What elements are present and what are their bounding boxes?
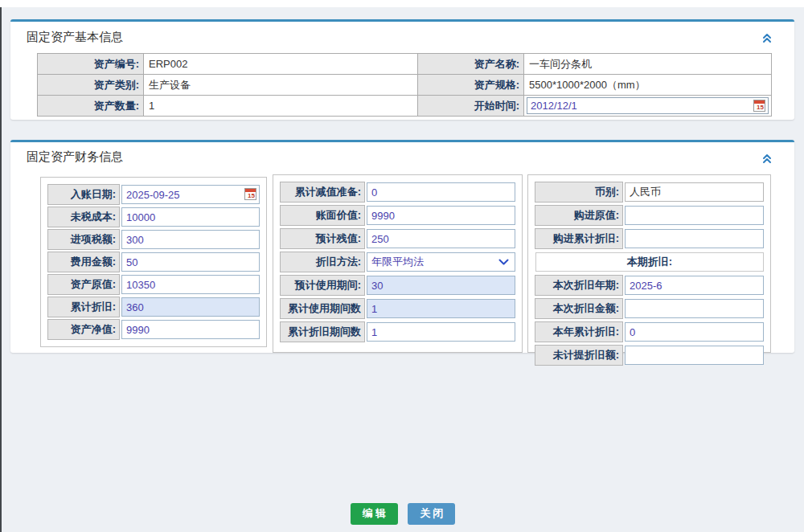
book-value-row: 账面价值: bbox=[280, 205, 515, 226]
table-row: 资产编号: ERP002 资产名称: 一车间分条机 bbox=[38, 54, 772, 75]
year-accum-depreciation-input[interactable] bbox=[625, 322, 764, 342]
current-depreciation-amount-input[interactable] bbox=[625, 299, 764, 318]
asset-net-value-label: 资产净值: bbox=[47, 319, 120, 340]
untaxed-cost-label: 未税成本: bbox=[47, 207, 120, 227]
estimated-useful-period-input[interactable] bbox=[367, 276, 515, 295]
untaxed-cost-input[interactable] bbox=[121, 207, 260, 227]
book-value-input[interactable] bbox=[367, 206, 515, 225]
finance-right-box: 币别: 人民币 购进原值: 购进累计折旧: 本期折旧: 本次折旧年期: bbox=[527, 174, 771, 353]
current-depreciation-amount-label: 本次折旧金额: bbox=[535, 298, 623, 319]
estimated-useful-period-label: 预计使用期间: bbox=[280, 275, 365, 296]
basic-panel-title: 固定资产基本信息 bbox=[27, 30, 123, 43]
asset-category-value: 生产设备 bbox=[144, 75, 418, 96]
entry-date-row: 入账日期: 15 bbox=[47, 184, 260, 205]
accumulated-depreciation-label: 累计折旧: bbox=[47, 297, 120, 317]
input-tax-row: 进项税额: bbox=[47, 229, 260, 250]
table-row: 资产数量: 1 开始时间: 15 bbox=[38, 96, 772, 117]
start-date-field: 15 bbox=[527, 97, 769, 114]
asset-original-value-input[interactable] bbox=[121, 275, 260, 294]
basic-info-table: 资产编号: ERP002 资产名称: 一车间分条机 资产类别: 生产设备 资产规… bbox=[37, 53, 772, 117]
depreciation-method-row: 折旧方法: 年限平均法 bbox=[280, 252, 515, 272]
current-depreciation-header: 本期折旧: bbox=[535, 252, 764, 272]
currency-row: 币别: 人民币 bbox=[535, 182, 764, 203]
accumulated-depr-periods-input[interactable] bbox=[367, 322, 515, 342]
asset-spec-value: 5500*1000*2000（mm） bbox=[524, 75, 772, 96]
asset-original-value-row: 资产原值: bbox=[47, 274, 260, 295]
currency-value: 人民币 bbox=[625, 182, 764, 202]
depreciation-method-label: 折旧方法: bbox=[280, 252, 365, 272]
asset-spec-label: 资产规格: bbox=[418, 75, 524, 96]
accumulated-depr-periods-row: 累计折旧期间数 bbox=[280, 321, 515, 342]
finance-columns: 入账日期: 15 未税成本: 进项税额: 费用金额: bbox=[40, 174, 794, 353]
current-depreciation-year-input[interactable] bbox=[625, 276, 764, 295]
finance-left-box: 入账日期: 15 未税成本: 进项税额: 费用金额: bbox=[40, 177, 267, 347]
entry-date-label: 入账日期: bbox=[47, 184, 120, 205]
close-button[interactable]: 关闭 bbox=[408, 503, 455, 525]
asset-code-label: 资产编号: bbox=[38, 54, 144, 75]
asset-original-value-label: 资产原值: bbox=[47, 274, 120, 295]
finance-info-panel: 固定资产财务信息 入账日期: 15 未税成本: bbox=[10, 140, 794, 353]
basic-panel-header: 固定资产基本信息 bbox=[10, 22, 794, 44]
finance-middle-box: 累计减值准备: 账面价值: 预计残值: 折旧方法: 年限平均法 bbox=[273, 174, 523, 353]
start-date-input[interactable] bbox=[529, 100, 753, 112]
accumulated-use-periods-label: 累计使用期间数 bbox=[280, 298, 365, 319]
accumulated-depreciation-input[interactable] bbox=[121, 297, 260, 317]
accumulated-depreciation-row: 累计折旧: bbox=[47, 297, 260, 317]
year-accum-depreciation-row: 本年累计折旧: bbox=[535, 321, 764, 342]
collapse-up-icon[interactable] bbox=[761, 153, 773, 164]
page-background: 固定资产基本信息 资产编号: ERP002 资产名称: 一车间分条机 资产类别:… bbox=[0, 7, 804, 532]
calendar-icon[interactable]: 15 bbox=[753, 100, 765, 112]
purchase-original-value-label: 购进原值: bbox=[535, 205, 623, 226]
depreciation-method-select[interactable]: 年限平均法 bbox=[367, 252, 515, 272]
asset-category-label: 资产类别: bbox=[38, 75, 144, 96]
expense-amount-input[interactable] bbox=[121, 252, 260, 272]
entry-date-input[interactable] bbox=[121, 185, 260, 204]
asset-name-value: 一车间分条机 bbox=[524, 54, 772, 75]
input-tax-label: 进项税额: bbox=[47, 229, 120, 250]
purchase-original-value-input[interactable] bbox=[625, 206, 764, 225]
accumulated-use-periods-input[interactable] bbox=[367, 299, 515, 318]
asset-quantity-label: 资产数量: bbox=[38, 96, 144, 117]
undepreciated-amount-input[interactable] bbox=[625, 346, 764, 365]
basic-info-panel: 固定资产基本信息 资产编号: ERP002 资产名称: 一车间分条机 资产类别:… bbox=[10, 19, 794, 120]
untaxed-cost-row: 未税成本: bbox=[47, 207, 260, 227]
accumulated-use-periods-row: 累计使用期间数 bbox=[280, 298, 515, 319]
current-depreciation-year-row: 本次折旧年期: bbox=[535, 275, 764, 296]
currency-label: 币别: bbox=[535, 182, 623, 203]
impairment-provision-input[interactable] bbox=[367, 182, 515, 202]
undepreciated-amount-row: 未计提折旧额: bbox=[535, 345, 764, 366]
asset-code-value: ERP002 bbox=[144, 54, 418, 75]
book-value-label: 账面价值: bbox=[280, 205, 365, 226]
edit-button[interactable]: 编辑 bbox=[351, 503, 398, 525]
asset-net-value-input[interactable] bbox=[121, 320, 260, 339]
year-accum-depreciation-label: 本年累计折旧: bbox=[535, 321, 623, 342]
table-row: 资产类别: 生产设备 资产规格: 5500*1000*2000（mm） bbox=[38, 75, 772, 96]
current-depreciation-header-row: 本期折旧: bbox=[535, 252, 764, 272]
impairment-provision-label: 累计减值准备: bbox=[280, 182, 365, 203]
asset-net-value-row: 资产净值: bbox=[47, 319, 260, 340]
estimated-residual-row: 预计残值: bbox=[280, 228, 515, 249]
collapse-up-icon[interactable] bbox=[761, 32, 773, 43]
footer-actions: 编辑 关闭 bbox=[2, 503, 804, 525]
chevron-down-icon bbox=[498, 259, 509, 266]
estimated-residual-label: 预计残值: bbox=[280, 228, 365, 249]
estimated-useful-period-row: 预计使用期间: bbox=[280, 275, 515, 296]
purchase-accum-depreciation-label: 购进累计折旧: bbox=[535, 228, 623, 249]
expense-amount-label: 费用金额: bbox=[47, 252, 120, 272]
start-date-label: 开始时间: bbox=[418, 96, 524, 117]
expense-amount-row: 费用金额: bbox=[47, 252, 260, 272]
current-depreciation-year-label: 本次折旧年期: bbox=[535, 275, 623, 296]
undepreciated-amount-label: 未计提折旧额: bbox=[535, 345, 623, 366]
estimated-residual-input[interactable] bbox=[367, 229, 515, 248]
finance-panel-title: 固定资产财务信息 bbox=[27, 149, 123, 163]
asset-name-label: 资产名称: bbox=[418, 54, 524, 75]
accumulated-depr-periods-label: 累计折旧期间数 bbox=[280, 321, 365, 342]
input-tax-input[interactable] bbox=[121, 230, 260, 249]
current-depreciation-amount-row: 本次折旧金额: bbox=[535, 298, 764, 319]
depreciation-method-value: 年限平均法 bbox=[371, 255, 424, 269]
purchase-accum-depreciation-input[interactable] bbox=[625, 229, 764, 248]
calendar-icon[interactable]: 15 bbox=[244, 188, 256, 200]
purchase-accum-depreciation-row: 购进累计折旧: bbox=[535, 228, 764, 249]
asset-quantity-value: 1 bbox=[144, 96, 418, 117]
purchase-original-value-row: 购进原值: bbox=[535, 205, 764, 226]
